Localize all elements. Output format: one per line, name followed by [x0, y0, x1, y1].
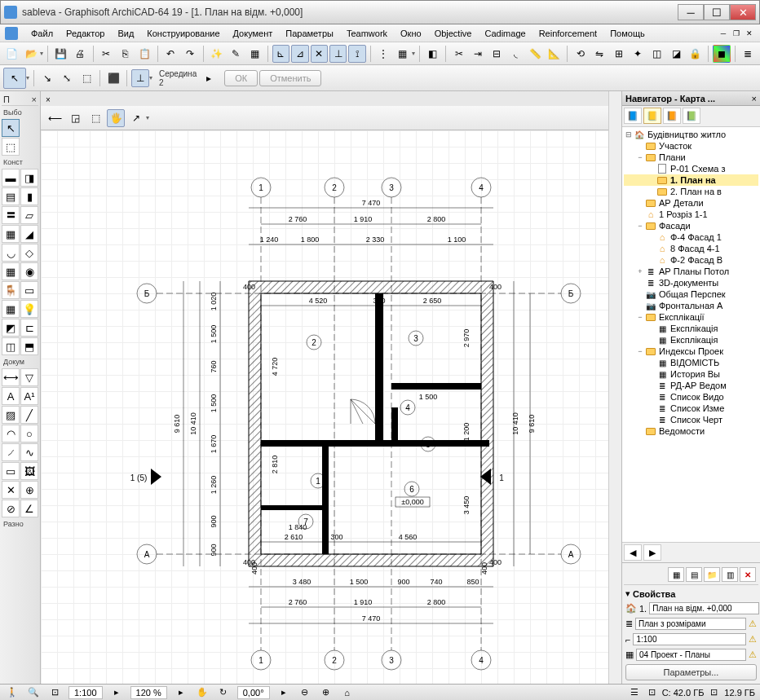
- tree-item[interactable]: АР Детали: [624, 197, 758, 209]
- prop-newfolder-icon[interactable]: 📁: [704, 567, 720, 582]
- section-tool[interactable]: ◫: [2, 337, 20, 355]
- slab-tool[interactable]: ▱: [20, 206, 38, 224]
- marquee-tool[interactable]: ⬚: [2, 138, 20, 156]
- geom-1-icon[interactable]: ↘: [38, 69, 56, 87]
- mdi-close[interactable]: ✕: [744, 28, 755, 39]
- label-tool[interactable]: A¹: [20, 387, 38, 405]
- redo-icon[interactable]: ↷: [181, 45, 198, 63]
- menu-window[interactable]: Окно: [394, 26, 428, 41]
- layers-icon[interactable]: ≣: [739, 45, 756, 63]
- explode-icon[interactable]: ✦: [630, 45, 647, 63]
- menu-editor[interactable]: Редактор: [60, 26, 111, 41]
- arrow-mode-icon[interactable]: ↖: [3, 68, 26, 89]
- mesh-tool[interactable]: ▦: [2, 300, 20, 318]
- status-scale[interactable]: 1:100: [68, 686, 103, 699]
- select-all-icon[interactable]: ◧: [424, 45, 441, 63]
- tree-item[interactable]: −Фасади: [624, 220, 758, 231]
- spline-tool[interactable]: ∿: [20, 443, 38, 461]
- tree-item[interactable]: +≣АР Планы Потол: [624, 266, 758, 277]
- tree-item[interactable]: −Плани: [624, 152, 758, 163]
- prop-scale-input[interactable]: [633, 633, 746, 645]
- tree-item[interactable]: Участок: [624, 140, 758, 152]
- mirror-icon[interactable]: ⇋: [591, 45, 608, 63]
- sb-fit-icon[interactable]: ⊡: [47, 686, 62, 699]
- navigator-tree[interactable]: ⊟🏠 Будівництво житло Участок−ПланиР-01 С…: [622, 127, 760, 542]
- grid-snap-icon[interactable]: ▦: [394, 45, 411, 63]
- paste-icon[interactable]: 📋: [135, 45, 152, 63]
- tree-item[interactable]: ≣Список Изме: [624, 403, 758, 414]
- close-button[interactable]: ✕: [730, 4, 756, 20]
- menu-file[interactable]: Файл: [24, 26, 60, 41]
- group-icon[interactable]: ◫: [648, 45, 665, 63]
- grid-tool[interactable]: ⊕: [20, 481, 38, 499]
- radial-dim-tool[interactable]: ⊘: [2, 500, 20, 517]
- sb-zoom-icon[interactable]: 🔍: [26, 686, 41, 699]
- save-icon[interactable]: 💾: [52, 45, 69, 63]
- menu-document[interactable]: Документ: [227, 26, 280, 41]
- color-icon[interactable]: ◼: [713, 45, 730, 63]
- maximize-button[interactable]: ☐: [704, 4, 730, 20]
- undo-icon[interactable]: ↶: [162, 45, 179, 63]
- ok-button[interactable]: ОК: [224, 70, 258, 86]
- roof-tool[interactable]: ◢: [20, 225, 38, 243]
- cancel-button[interactable]: Отменить: [259, 70, 321, 86]
- adjust-icon[interactable]: ⇥: [469, 45, 486, 63]
- hotspot-tool[interactable]: ✕: [2, 481, 20, 499]
- tree-item[interactable]: ≣3D-документы: [624, 277, 758, 288]
- column-tool[interactable]: ▮: [20, 187, 38, 205]
- drawing-tool[interactable]: ▭: [2, 462, 20, 480]
- marquee-icon[interactable]: ⬛: [104, 69, 122, 87]
- tree-item[interactable]: Ведомости: [624, 425, 758, 437]
- snap-3-icon[interactable]: ✕: [311, 45, 328, 63]
- prop-4-icon[interactable]: ▥: [722, 567, 738, 582]
- mdi-minimize[interactable]: ─: [718, 28, 729, 39]
- polyline-tool[interactable]: ⟋: [2, 443, 20, 461]
- shell-tool[interactable]: ◡: [2, 244, 20, 262]
- sb-home-icon[interactable]: ⌂: [340, 686, 355, 699]
- measure-icon[interactable]: 📏: [527, 45, 544, 63]
- fill-tool[interactable]: ▨: [2, 406, 20, 424]
- vb-5-icon[interactable]: ↗: [127, 109, 145, 127]
- menu-teamwork[interactable]: Teamwork: [340, 26, 394, 41]
- nav-viewmap-icon[interactable]: 📒: [643, 108, 661, 124]
- tree-right-icon[interactable]: ▶: [643, 544, 661, 561]
- tree-item[interactable]: ⌂Ф-4 Фасад 1: [624, 231, 758, 243]
- snap-4-icon[interactable]: ⊥: [329, 45, 347, 63]
- dock-close-icon[interactable]: ×: [32, 95, 37, 104]
- elevation-tool[interactable]: ⬒: [20, 337, 38, 355]
- tree-item[interactable]: 📷Общая Перспек: [624, 288, 758, 300]
- stair-tool[interactable]: ▦: [2, 225, 20, 243]
- geom-2-icon[interactable]: ⤡: [58, 69, 76, 87]
- prop-set-input[interactable]: [636, 649, 746, 661]
- skylight-tool[interactable]: ◇: [20, 244, 38, 262]
- vertical-scrollbar[interactable]: [608, 91, 621, 684]
- vb-1-icon[interactable]: ⟵: [46, 109, 64, 127]
- sb-task-icon[interactable]: ☰: [627, 686, 642, 699]
- prop-name-input[interactable]: [649, 602, 759, 614]
- wall-end-tool[interactable]: ⊏: [20, 319, 38, 337]
- mdi-restore[interactable]: ❐: [731, 28, 742, 39]
- sb-pan-icon[interactable]: ✋: [195, 686, 210, 699]
- tree-item[interactable]: Р-01 Схема з: [624, 163, 758, 174]
- snap-5-icon[interactable]: ⟟: [348, 45, 365, 63]
- cut-icon[interactable]: ✂: [98, 45, 115, 63]
- snap-2-icon[interactable]: ⊿: [291, 45, 308, 63]
- snap-opt-icon[interactable]: ⋮: [375, 45, 392, 63]
- menu-objective[interactable]: Objective: [428, 26, 479, 41]
- ungroup-icon[interactable]: ◪: [667, 45, 684, 63]
- snap-1-icon[interactable]: ⊾: [272, 45, 289, 63]
- canvas[interactable]: 1 2 3 4 1 2 3 4 Б Б: [41, 130, 608, 684]
- prop-2-icon[interactable]: ▤: [686, 567, 702, 582]
- ruler-icon[interactable]: 📐: [546, 45, 563, 63]
- object-tool[interactable]: 🪑: [2, 281, 20, 299]
- lock-icon[interactable]: 🔒: [687, 45, 704, 63]
- rotate-icon[interactable]: ⟲: [572, 45, 589, 63]
- arrow-tool[interactable]: ↖: [2, 119, 20, 137]
- split-icon[interactable]: ⊟: [488, 45, 506, 63]
- menu-view[interactable]: Вид: [111, 26, 140, 41]
- tree-item[interactable]: ≣Список Черт: [624, 414, 758, 425]
- nav-layouts-icon[interactable]: 📙: [663, 108, 681, 124]
- params-button[interactable]: Параметры...: [625, 664, 757, 680]
- tab-close-icon[interactable]: ×: [41, 94, 55, 106]
- construct-mode-icon[interactable]: ⊥: [131, 69, 149, 87]
